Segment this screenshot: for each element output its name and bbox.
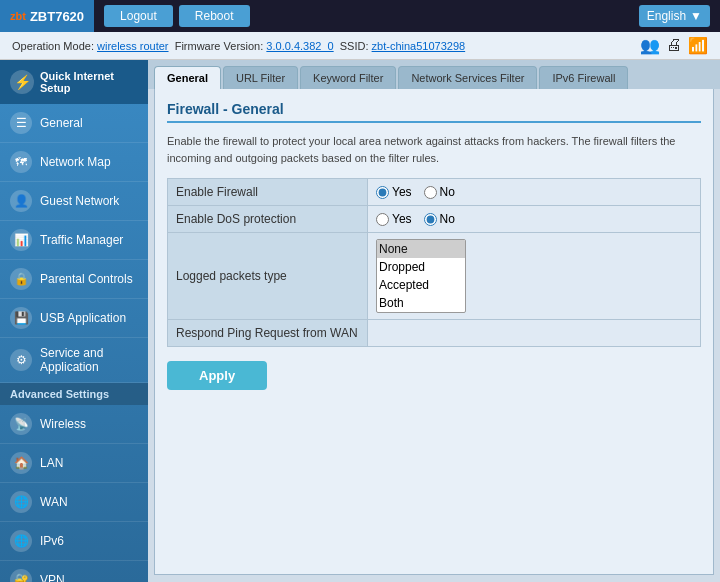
- logout-button[interactable]: Logout: [104, 5, 173, 27]
- ssid-link[interactable]: zbt-china51073298: [372, 40, 466, 52]
- sidebar-item-service-and-application[interactable]: ⚙ Service and Application: [0, 338, 148, 383]
- enable-firewall-yes-radio[interactable]: [376, 186, 389, 199]
- enable-dos-radio-group: Yes No: [376, 212, 692, 226]
- traffic-manager-label: Traffic Manager: [40, 233, 123, 247]
- reboot-button[interactable]: Reboot: [179, 5, 250, 27]
- info-bar: Operation Mode: wireless router Firmware…: [0, 32, 720, 60]
- tab-general[interactable]: General: [154, 66, 221, 89]
- enable-firewall-label: Enable Firewall: [168, 179, 368, 206]
- apply-button[interactable]: Apply: [167, 361, 267, 390]
- operation-mode-link[interactable]: wireless router: [97, 40, 169, 52]
- sidebar-item-quick-internet-setup[interactable]: ⚡ Quick Internet Setup: [0, 60, 148, 104]
- usb-application-icon: 💾: [10, 307, 32, 329]
- enable-dos-control: Yes No: [368, 206, 701, 233]
- enable-firewall-yes-label[interactable]: Yes: [376, 185, 412, 199]
- respond-ping-row: Respond Ping Request from WAN: [168, 320, 701, 347]
- logo: zbt ZBT7620: [0, 0, 94, 32]
- logged-packets-select[interactable]: None Dropped Accepted Both: [376, 239, 466, 313]
- main-layout: ⚡ Quick Internet Setup ☰ General 🗺 Netwo…: [0, 60, 720, 582]
- sidebar-item-network-map[interactable]: 🗺 Network Map: [0, 143, 148, 182]
- packet-option-dropped[interactable]: Dropped: [377, 258, 465, 276]
- vpn-icon: 🔐: [10, 569, 32, 582]
- guest-network-label: Guest Network: [40, 194, 119, 208]
- ipv6-label: IPv6: [40, 534, 64, 548]
- vpn-label: VPN: [40, 573, 65, 582]
- sidebar-item-wireless[interactable]: 📡 Wireless: [0, 405, 148, 444]
- enable-dos-yes-label[interactable]: Yes: [376, 212, 412, 226]
- sidebar-item-vpn[interactable]: 🔐 VPN: [0, 561, 148, 582]
- service-application-label: Service and Application: [40, 346, 138, 374]
- sidebar-item-general[interactable]: ☰ General: [0, 104, 148, 143]
- sidebar-item-usb-application[interactable]: 💾 USB Application: [0, 299, 148, 338]
- network-map-label: Network Map: [40, 155, 111, 169]
- logged-packets-row: Logged packets type None Dropped Accepte…: [168, 233, 701, 320]
- content-description: Enable the firewall to protect your loca…: [167, 133, 701, 166]
- tab-ipv6-firewall[interactable]: IPv6 Firewall: [539, 66, 628, 89]
- sidebar-item-lan[interactable]: 🏠 LAN: [0, 444, 148, 483]
- operation-mode-label: Operation Mode:: [12, 40, 94, 52]
- enable-dos-no-radio[interactable]: [424, 213, 437, 226]
- ssid-label: SSID:: [340, 40, 369, 52]
- packet-option-none[interactable]: None: [377, 240, 465, 258]
- sidebar: ⚡ Quick Internet Setup ☰ General 🗺 Netwo…: [0, 60, 148, 582]
- wan-icon: 🌐: [10, 491, 32, 513]
- enable-dos-no-text: No: [440, 212, 455, 226]
- enable-firewall-no-label[interactable]: No: [424, 185, 455, 199]
- enable-firewall-radio-group: Yes No: [376, 185, 692, 199]
- enable-firewall-no-radio[interactable]: [424, 186, 437, 199]
- page-title: Firewall - General: [167, 101, 701, 123]
- wireless-label: Wireless: [40, 417, 86, 431]
- content-inner: Firewall - General Enable the firewall t…: [154, 89, 714, 575]
- packet-option-both[interactable]: Both: [377, 294, 465, 312]
- service-application-icon: ⚙: [10, 349, 32, 371]
- logo-brand: zbt: [10, 10, 26, 22]
- advanced-settings-title: Advanced Settings: [0, 383, 148, 405]
- quick-setup-label: Quick Internet Setup: [40, 70, 138, 94]
- sidebar-item-traffic-manager[interactable]: 📊 Traffic Manager: [0, 221, 148, 260]
- network-map-icon: 🗺: [10, 151, 32, 173]
- usb-application-label: USB Application: [40, 311, 126, 325]
- header-icons: 👥 🖨 📶: [640, 36, 708, 55]
- wireless-icon: 📡: [10, 413, 32, 435]
- language-selector[interactable]: English ▼: [639, 5, 710, 27]
- language-label: English: [647, 9, 686, 23]
- respond-ping-control: [368, 320, 701, 347]
- wan-label: WAN: [40, 495, 68, 509]
- firmware-link[interactable]: 3.0.0.4.382_0: [266, 40, 333, 52]
- top-bar: zbt ZBT7620 Logout Reboot English ▼: [0, 0, 720, 32]
- settings-form: Enable Firewall Yes No: [167, 178, 701, 347]
- content-area: General URL Filter Keyword Filter Networ…: [148, 60, 720, 582]
- parental-controls-label: Parental Controls: [40, 272, 133, 286]
- parental-controls-icon: 🔒: [10, 268, 32, 290]
- sidebar-item-parental-controls[interactable]: 🔒 Parental Controls: [0, 260, 148, 299]
- logo-model: ZBT7620: [30, 9, 84, 24]
- respond-ping-label: Respond Ping Request from WAN: [168, 320, 368, 347]
- sidebar-item-wan[interactable]: 🌐 WAN: [0, 483, 148, 522]
- tab-url-filter[interactable]: URL Filter: [223, 66, 298, 89]
- enable-dos-label: Enable DoS protection: [168, 206, 368, 233]
- top-nav: Logout Reboot English ▼: [94, 5, 720, 27]
- ipv6-icon: 🌐: [10, 530, 32, 552]
- firmware-label: Firmware Version:: [175, 40, 264, 52]
- sidebar-item-ipv6[interactable]: 🌐 IPv6: [0, 522, 148, 561]
- lan-label: LAN: [40, 456, 63, 470]
- users-icon: 👥: [640, 36, 660, 55]
- enable-dos-yes-radio[interactable]: [376, 213, 389, 226]
- packet-option-accepted[interactable]: Accepted: [377, 276, 465, 294]
- lan-icon: 🏠: [10, 452, 32, 474]
- quick-setup-icon: ⚡: [10, 70, 34, 94]
- enable-firewall-control: Yes No: [368, 179, 701, 206]
- tab-network-services-filter[interactable]: Network Services Filter: [398, 66, 537, 89]
- tab-keyword-filter[interactable]: Keyword Filter: [300, 66, 396, 89]
- general-label: General: [40, 116, 83, 130]
- enable-firewall-no-text: No: [440, 185, 455, 199]
- traffic-manager-icon: 📊: [10, 229, 32, 251]
- logged-packets-label: Logged packets type: [168, 233, 368, 320]
- settings-icon: 🖨: [666, 36, 682, 55]
- sidebar-item-guest-network[interactable]: 👤 Guest Network: [0, 182, 148, 221]
- enable-firewall-yes-text: Yes: [392, 185, 412, 199]
- general-icon: ☰: [10, 112, 32, 134]
- enable-dos-no-label[interactable]: No: [424, 212, 455, 226]
- enable-dos-yes-text: Yes: [392, 212, 412, 226]
- enable-dos-row: Enable DoS protection Yes No: [168, 206, 701, 233]
